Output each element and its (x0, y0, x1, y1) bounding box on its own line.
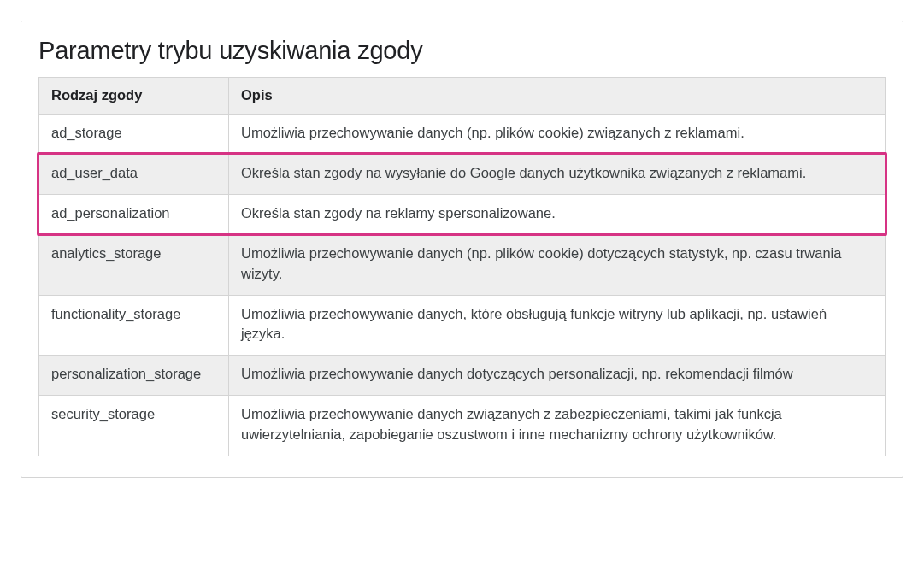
cell-desc: Umożliwia przechowywanie danych, które o… (229, 295, 886, 356)
cell-type: security_storage (39, 396, 229, 456)
cell-type: ad_user_data (39, 154, 229, 194)
cell-desc: Określa stan zgody na wysyłanie do Googl… (229, 154, 886, 194)
panel-title: Parametry trybu uzyskiwania zgody (38, 37, 886, 65)
cell-desc: Umożliwia przechowywanie danych (np. pli… (229, 114, 886, 154)
cell-type: ad_storage (39, 114, 229, 154)
table-row: security_storageUmożliwia przechowywanie… (39, 396, 886, 456)
table-row: personalization_storageUmożliwia przecho… (39, 356, 886, 396)
table-row: ad_storageUmożliwia przechowywanie danyc… (39, 114, 886, 154)
cell-desc: Umożliwia przechowywanie danych (np. pli… (229, 234, 886, 295)
table-header-row: Rodzaj zgody Opis (39, 78, 886, 115)
consent-table: Rodzaj zgody Opis ad_storageUmożliwia pr… (38, 77, 886, 456)
cell-type: analytics_storage (39, 234, 229, 295)
cell-type: ad_personalization (39, 194, 229, 234)
table-row: ad_personalizationOkreśla stan zgody na … (39, 194, 886, 234)
col-header-desc: Opis (229, 78, 886, 115)
col-header-type: Rodzaj zgody (39, 78, 229, 115)
table-row: analytics_storageUmożliwia przechowywani… (39, 234, 886, 295)
cell-desc: Określa stan zgody na reklamy spersonali… (229, 194, 886, 234)
table-row: functionality_storageUmożliwia przechowy… (39, 295, 886, 356)
table-wrap: Rodzaj zgody Opis ad_storageUmożliwia pr… (38, 77, 886, 456)
cell-desc: Umożliwia przechowywanie danych dotycząc… (229, 356, 886, 396)
cell-type: functionality_storage (39, 295, 229, 356)
table-row: ad_user_dataOkreśla stan zgody na wysyła… (39, 154, 886, 194)
cell-type: personalization_storage (39, 356, 229, 396)
consent-params-panel: Parametry trybu uzyskiwania zgody Rodzaj… (21, 21, 903, 478)
cell-desc: Umożliwia przechowywanie danych związany… (229, 396, 886, 456)
